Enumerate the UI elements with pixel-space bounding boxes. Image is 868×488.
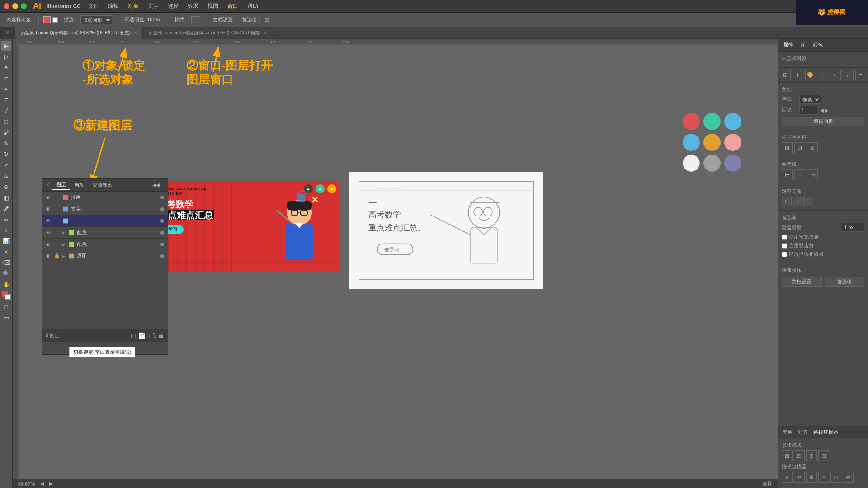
tab-close-all[interactable]: ✕ bbox=[0, 27, 15, 39]
eye-icon-editing[interactable]: 👁 bbox=[46, 218, 52, 224]
delete-layer[interactable]: 🗑 bbox=[158, 332, 164, 339]
fullscreen-button[interactable] bbox=[21, 3, 27, 9]
fill-stroke-indicator[interactable] bbox=[2, 291, 11, 300]
pf-trim[interactable]: ✂ bbox=[794, 472, 805, 483]
panel-menu-icon[interactable]: ≡ bbox=[161, 182, 164, 188]
eye-icon-chua[interactable]: 👁 bbox=[46, 195, 52, 200]
swatch-pink[interactable] bbox=[724, 134, 741, 151]
scale-tool[interactable]: ⤢ bbox=[1, 160, 11, 170]
bottom-tab-transform[interactable]: 变换 bbox=[781, 428, 794, 436]
eye-icon-peise2[interactable]: 👁 bbox=[46, 242, 52, 247]
hand-tool[interactable]: ✋ bbox=[1, 279, 11, 289]
qa-preferences[interactable]: 首选项 bbox=[825, 277, 865, 287]
right-tab-library[interactable]: 库 bbox=[799, 41, 807, 49]
pen-tool[interactable]: ✒ bbox=[1, 84, 11, 94]
right-icon-2[interactable]: T bbox=[793, 70, 803, 80]
shape-unite[interactable]: ⊞ bbox=[782, 450, 793, 461]
doc-settings-btn[interactable]: 文档设置 bbox=[210, 15, 236, 24]
magic-wand-tool[interactable]: ✦ bbox=[1, 62, 11, 72]
layer-row-peise2[interactable]: 👁 ▶ 配色 bbox=[42, 239, 168, 250]
swatch-red[interactable] bbox=[683, 113, 700, 130]
swatch-orange[interactable] bbox=[703, 134, 721, 151]
preview-bounds-check[interactable] bbox=[782, 235, 787, 240]
tab-document-1[interactable]: 插边风-banner演示精稿.ai @ 66.67% (RGB/GPU 预览) … bbox=[15, 27, 143, 39]
stroke-color[interactable] bbox=[52, 17, 58, 23]
menu-file[interactable]: 文件 bbox=[85, 2, 103, 10]
swatch-cyan[interactable] bbox=[683, 134, 700, 151]
align-center-h[interactable]: ⊣⊢ bbox=[793, 197, 802, 206]
tab-1-close[interactable]: ✕ bbox=[133, 30, 137, 35]
bottom-tab-pathfinder[interactable]: 路径查找器 bbox=[811, 428, 840, 436]
rotate-tool[interactable]: ↻ bbox=[1, 149, 11, 159]
red-banner-artboard[interactable]: MATHEMATICS ESSENCE THE REVIEW 高考数学 重点难点… bbox=[150, 181, 340, 271]
swatch-teal[interactable] bbox=[703, 113, 721, 130]
menu-text[interactable]: 文字 bbox=[144, 2, 162, 10]
qa-doc-settings[interactable]: 文档设置 bbox=[782, 277, 822, 287]
swatch-blue[interactable] bbox=[724, 113, 741, 130]
pf-merge[interactable]: ⊕ bbox=[806, 472, 817, 483]
warp-tool[interactable]: ≋ bbox=[1, 171, 11, 181]
canvas-content[interactable]: ①对象-锁定 -所选对象 ②窗口-图层打开 图层窗口 bbox=[19, 45, 778, 474]
create-layer[interactable]: + bbox=[147, 332, 151, 339]
menu-edit[interactable]: 编辑 bbox=[104, 2, 123, 10]
layer-row-editing[interactable]: 👁 bbox=[42, 215, 168, 227]
tab-document-2[interactable]: 插边风-banner演示稿的副本.ai @ 67% (RGB/GPU 预览) ✕ bbox=[143, 27, 273, 39]
column-graph-tool[interactable]: 📊 bbox=[1, 236, 11, 246]
screen-mode[interactable]: ▭ bbox=[1, 313, 11, 323]
paintbrush-tool[interactable]: 🖌 bbox=[1, 127, 11, 137]
shape-minus[interactable]: ⊟ bbox=[794, 450, 805, 461]
guide-icon-3[interactable]: ⊣ bbox=[807, 169, 818, 180]
tab-layers[interactable]: 图层 bbox=[52, 180, 70, 190]
guide-icon-1[interactable]: ⊢ bbox=[782, 169, 793, 180]
right-icon-4[interactable]: ≡ bbox=[818, 70, 829, 80]
swatch-purple[interactable] bbox=[724, 155, 741, 172]
style-preview[interactable] bbox=[191, 16, 200, 23]
menu-help[interactable]: 帮助 bbox=[244, 2, 262, 10]
right-icon-7[interactable]: ✒ bbox=[855, 70, 866, 80]
sketch-artboard[interactable]: 一 高考数学 重点难点汇总、 去学习 bbox=[349, 172, 543, 289]
preferences-btn[interactable]: 首选项 bbox=[239, 15, 260, 24]
right-tab-properties[interactable]: 属性 bbox=[782, 41, 795, 49]
close-button[interactable] bbox=[4, 3, 9, 9]
scale-corners-check[interactable] bbox=[782, 252, 787, 257]
eye-icon-text[interactable]: 👁 bbox=[46, 206, 52, 212]
menu-object[interactable]: 对象 bbox=[124, 2, 142, 10]
blend-tool[interactable]: ∞ bbox=[1, 214, 11, 224]
layer-row-peise1[interactable]: 👁 ▶ 配色 bbox=[42, 227, 168, 239]
tab-asset-export[interactable]: 资源导出 bbox=[89, 181, 116, 189]
bottom-tab-align[interactable]: 对齐 bbox=[796, 428, 810, 436]
layer-panel[interactable]: ✕ 图层 画板 资源导出 ◀◀ ≡ 👁 bbox=[42, 178, 168, 355]
artboard-next[interactable]: ▶ bbox=[825, 108, 828, 113]
pencil-tool[interactable]: ✎ bbox=[1, 138, 11, 148]
shape-intersect[interactable]: ⊠ bbox=[806, 450, 817, 461]
pf-crop[interactable]: ⌖ bbox=[818, 472, 829, 483]
eyedropper-tool[interactable]: 💉 bbox=[1, 203, 11, 213]
menu-select[interactable]: 选择 bbox=[164, 2, 182, 10]
expand-icon-peise1[interactable]: ▶ bbox=[62, 230, 65, 235]
eye-icon-peise1[interactable]: 👁 bbox=[46, 230, 52, 235]
rect-tool[interactable]: □ bbox=[1, 117, 11, 127]
create-sublayer[interactable]: 📄 bbox=[138, 332, 146, 339]
eraser-tool[interactable]: ⌫ bbox=[1, 258, 11, 267]
type-tool[interactable]: T bbox=[1, 95, 11, 105]
slice-tool[interactable]: ⚔ bbox=[1, 247, 11, 257]
eye-icon-yuantu[interactable]: 👁 bbox=[46, 253, 52, 259]
arrow-right[interactable]: ▶ bbox=[49, 481, 53, 487]
lock-icon-yuantu[interactable]: 🔒 bbox=[54, 253, 60, 259]
grid-custom-icon[interactable]: ⊠ bbox=[807, 142, 818, 153]
right-tab-color[interactable]: 颜色 bbox=[811, 41, 825, 49]
expand-icon-peise2[interactable]: ▶ bbox=[62, 242, 65, 247]
keyboard-value[interactable] bbox=[842, 223, 864, 232]
pf-minus-back[interactable]: ⊖ bbox=[843, 472, 854, 483]
line-tool[interactable]: ╱ bbox=[1, 106, 11, 116]
arrange-icon[interactable]: ⊞ bbox=[264, 16, 269, 23]
layer-row-chua[interactable]: 👁 插画 bbox=[42, 192, 168, 203]
lasso-tool[interactable]: ⊂ bbox=[1, 73, 11, 83]
menu-window[interactable]: 窗口 bbox=[224, 2, 242, 10]
shape-exclude[interactable]: ⊡ bbox=[818, 450, 829, 461]
canvas-area[interactable]: 300 200 100 0 100 200 300 400 500 600 bbox=[13, 39, 778, 488]
zoom-level[interactable]: 66.67% bbox=[18, 481, 35, 487]
right-icon-3[interactable]: 🎨 bbox=[805, 70, 816, 80]
artboard-count[interactable] bbox=[799, 106, 817, 115]
grid-icon[interactable]: ⊟ bbox=[794, 142, 805, 153]
